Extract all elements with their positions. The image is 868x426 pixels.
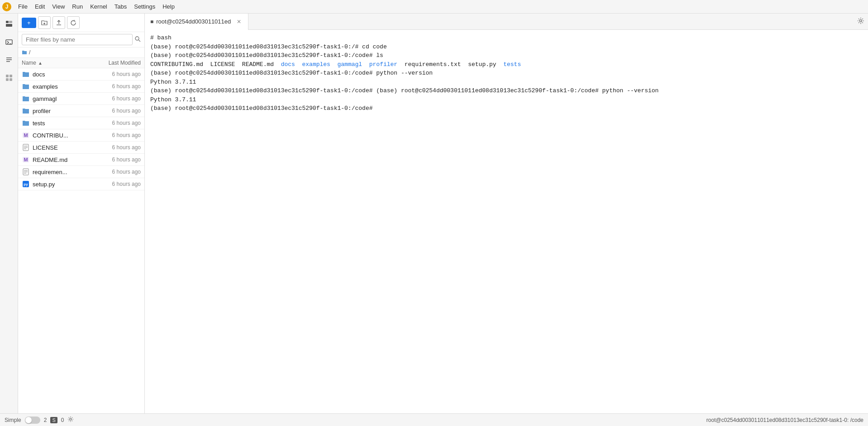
file-modified: 6 hours ago (95, 156, 141, 163)
plus-icon: + (27, 19, 31, 26)
terminal-line: Python 3.7.11 (150, 95, 863, 104)
folder-icon (22, 50, 27, 55)
folder-icon (22, 82, 30, 90)
svg-point-30 (860, 19, 862, 22)
list-item[interactable]: profiler 6 hours ago (18, 105, 144, 117)
refresh-icon (70, 19, 76, 26)
svg-point-18 (135, 37, 139, 40)
svg-rect-4 (9, 21, 12, 23)
menu-edit[interactable]: Edit (31, 2, 48, 11)
content-area: ■ root@c0254dd003011011ed ✕ # bash (base… (145, 14, 868, 413)
terminal-tab[interactable]: ■ root@c0254dd003011011ed ✕ (145, 14, 248, 30)
current-dir-label: / (29, 49, 30, 56)
sidebar-running-icon[interactable] (3, 35, 15, 48)
menubar: J File Edit View Run Kernel Tabs Setting… (0, 0, 868, 14)
status-bar: Simple 2 S 0 root@c0254dd003011011ed08d3… (0, 413, 868, 426)
terminal-line: # bash (150, 33, 863, 43)
terminal-tab-icon: ■ (150, 19, 153, 25)
file-name: tests (33, 120, 95, 127)
md-icon: M (22, 156, 30, 164)
list-item[interactable]: gammagl 6 hours ago (18, 93, 144, 105)
search-box (18, 32, 144, 47)
file-browser-panel: + + (18, 14, 145, 413)
menu-view[interactable]: View (48, 2, 68, 11)
terminal-output[interactable]: # bash (base) root@c0254dd003011011ed08d… (145, 30, 868, 413)
sidebar-files-icon[interactable] (3, 17, 15, 30)
file-name: LICENSE (33, 144, 95, 151)
folder-plus-icon (41, 19, 48, 26)
search-input[interactable] (22, 34, 133, 45)
md-icon: M (22, 131, 30, 139)
svg-rect-13 (10, 78, 12, 81)
svg-rect-2 (6, 21, 9, 23)
file-modified: 6 hours ago (95, 181, 141, 187)
svg-rect-12 (6, 78, 9, 81)
list-item[interactable]: M CONTRIBU... 6 hours ago (18, 129, 144, 142)
folder-icon (22, 70, 30, 78)
col-modified-header: Last Modified (86, 60, 141, 66)
app-logo: J (2, 2, 12, 12)
list-item[interactable]: py setup.py 6 hours ago (18, 178, 144, 190)
menu-help[interactable]: Help (159, 2, 178, 11)
sidebar-extensions-icon[interactable] (3, 71, 15, 84)
menu-file[interactable]: File (14, 2, 31, 11)
svg-rect-11 (10, 75, 12, 77)
file-icon (22, 143, 30, 151)
status-right-text: root@c0254dd003011011ed08d31013ec31c5290… (706, 417, 863, 423)
svg-text:py: py (24, 182, 28, 186)
terminal-tab-label: root@c0254dd003011011ed (156, 18, 231, 25)
upload-icon (56, 19, 62, 26)
folder-icon (22, 95, 30, 103)
menu-kernel[interactable]: Kernel (86, 2, 111, 11)
svg-rect-10 (6, 75, 9, 77)
current-directory: / (18, 47, 144, 58)
file-name: setup.py (33, 181, 95, 188)
main-layout: + + (0, 14, 868, 413)
refresh-button[interactable] (67, 16, 80, 29)
file-modified: 6 hours ago (95, 108, 141, 114)
svg-point-31 (70, 418, 72, 420)
tab-settings-button[interactable] (855, 15, 866, 28)
new-button[interactable]: + + (22, 18, 36, 28)
file-modified: 6 hours ago (95, 144, 141, 151)
menu-run[interactable]: Run (68, 2, 86, 11)
list-item[interactable]: tests 6 hours ago (18, 117, 144, 129)
svg-rect-3 (6, 24, 12, 27)
list-item[interactable]: M README.md 6 hours ago (18, 154, 144, 166)
svg-line-19 (138, 40, 140, 42)
terminal-line: (base) root@c0254dd003011011ed08d31013ec… (150, 69, 863, 78)
terminal-line: CONTRIBUTING.md LICENSE README.md docs e… (150, 60, 863, 69)
terminal-line: Python 3.7.11 (150, 78, 863, 87)
terminal-line: (base) root@c0254dd003011011ed08d31013ec… (150, 43, 863, 52)
menu-tabs[interactable]: Tabs (111, 2, 130, 11)
terminal-line: (base) root@c0254dd003011011ed08d31013ec… (150, 104, 863, 113)
tab-close-button[interactable]: ✕ (235, 18, 243, 25)
list-item[interactable]: docs 6 hours ago (18, 68, 144, 80)
status-settings-icon[interactable] (67, 416, 74, 424)
file-panel-toolbar: + + (18, 14, 144, 32)
gear-icon (857, 17, 864, 24)
file-name: profiler (33, 108, 95, 114)
mode-toggle[interactable] (25, 417, 40, 424)
svg-text:J: J (5, 4, 9, 10)
menu-settings[interactable]: Settings (130, 2, 159, 11)
list-item[interactable]: examples 6 hours ago (18, 80, 144, 93)
file-name: examples (33, 83, 95, 90)
list-item[interactable]: requiremen... 6 hours ago (18, 166, 144, 178)
file-icon (22, 168, 30, 176)
list-item[interactable]: LICENSE 6 hours ago (18, 142, 144, 154)
file-list: docs 6 hours ago examples 6 hours ago ga… (18, 68, 144, 413)
file-list-header: Name ▲ Last Modified (18, 58, 144, 68)
tab-bar: ■ root@c0254dd003011011ed ✕ (145, 14, 868, 30)
icon-sidebar (0, 14, 18, 413)
new-folder-button[interactable] (38, 16, 51, 29)
upload-button[interactable] (52, 16, 65, 29)
file-modified: 6 hours ago (95, 169, 141, 175)
status-left: Simple 2 S 0 (5, 416, 74, 424)
search-icon-button[interactable] (134, 36, 141, 43)
col-sort-icon: ▲ (38, 61, 43, 66)
file-name: requiremen... (33, 169, 95, 175)
file-modified: 6 hours ago (95, 71, 141, 77)
col-name-header[interactable]: Name ▲ (22, 60, 86, 66)
sidebar-commands-icon[interactable] (3, 53, 15, 66)
